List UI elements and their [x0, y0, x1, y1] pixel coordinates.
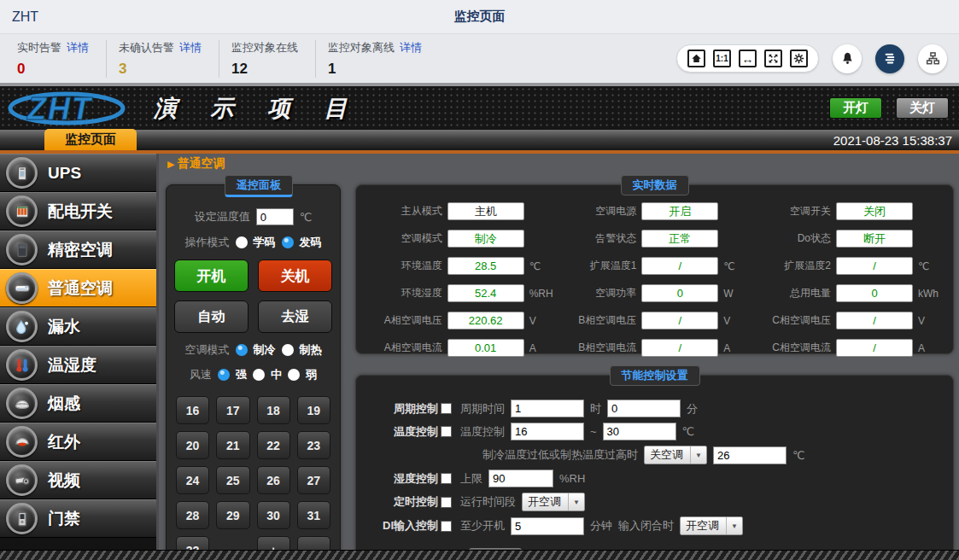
humidity-limit-input[interactable]	[488, 470, 553, 487]
value-box: 关闭	[836, 202, 913, 220]
temp-min-input[interactable]	[511, 423, 584, 440]
infrared-sensor-icon	[6, 426, 38, 458]
temp-key[interactable]: 24	[176, 466, 209, 494]
value-box: 220.62	[447, 312, 524, 330]
stat-label: 监控对象离线	[328, 41, 395, 54]
fit-width-icon[interactable]: ↔	[739, 50, 757, 67]
sidebar-item-infrared[interactable]: 红外	[0, 423, 156, 461]
value-box: 0	[641, 284, 718, 302]
temp-key[interactable]: 20	[176, 431, 209, 459]
sidebar-item-ups[interactable]: UPS	[0, 154, 156, 192]
set-temp-input[interactable]	[256, 208, 294, 225]
fullscreen-icon[interactable]	[764, 50, 782, 67]
di-action-select[interactable]: 开空调▼	[680, 516, 743, 535]
temp-key[interactable]: 29	[216, 501, 249, 529]
temp-key[interactable]: 18	[257, 396, 290, 424]
temp-key[interactable]: 19	[297, 396, 330, 424]
one-to-one-icon[interactable]: 1:1	[713, 50, 731, 67]
realtime-field: 空调开关关闭	[751, 202, 946, 220]
tab-monitor-page[interactable]: 监控页面	[44, 129, 137, 150]
overrun-action-select[interactable]: 关空调▼	[644, 446, 707, 464]
sidebar-item-smoke[interactable]: 烟感	[0, 384, 156, 423]
realtime-field: C相空调电流/A	[751, 339, 946, 357]
value-box: 0.01	[447, 339, 524, 357]
temp-key[interactable]: 26	[257, 466, 290, 494]
stat-value: 12	[231, 61, 298, 78]
details-link[interactable]: 详情	[400, 41, 422, 54]
auto-mode-button[interactable]: 自动	[174, 300, 249, 333]
sidebar-item-label: 视频	[48, 470, 80, 492]
details-link[interactable]: 详情	[179, 41, 202, 54]
energy-control-panel: 节能控制设置 周期控制 周期时间 时 分 温度控制	[355, 375, 954, 560]
sidebar-item-label: 烟感	[48, 393, 80, 415]
temp-key[interactable]: 23	[297, 431, 330, 459]
sidebar-item-door-access[interactable]: 门禁	[0, 499, 156, 538]
temp-control-checkbox[interactable]	[441, 426, 452, 437]
op-mode-row: 操作模式 学码 发码	[170, 235, 336, 250]
main-content: ▶ 普通空调 遥控面板 设定温度值 ℃ 操作模式 学码 发码	[159, 154, 959, 550]
realtime-field: C相空调电压/V	[751, 312, 946, 330]
humidity-control-checkbox[interactable]	[441, 473, 452, 484]
timer-action-select[interactable]: 开空调▼	[522, 493, 585, 511]
radio-fan-strong[interactable]	[218, 369, 230, 381]
temp-key[interactable]: 21	[216, 431, 249, 459]
temp-key[interactable]: 31	[297, 501, 330, 529]
light-on-button[interactable]: 开灯	[829, 97, 882, 119]
sidebar-item-power-switch[interactable]: 配电开关	[0, 192, 156, 230]
cycle-minute-input[interactable]	[607, 400, 681, 417]
sidebar-item-temp-humidity[interactable]: 温湿度	[0, 346, 156, 384]
radio-learn-code[interactable]	[236, 236, 248, 248]
sidebar-item-label: 门禁	[48, 508, 80, 530]
temp-key[interactable]: 17	[216, 396, 249, 424]
temp-key[interactable]: 27	[297, 466, 330, 494]
sidebar-item-water-leak[interactable]: 漏水	[0, 307, 156, 346]
di-input-control-row: DI输入控制 至少开机 分钟 输入闭合时 开空调▼	[365, 516, 944, 535]
temp-overrun-row: 制冷温度过低或制热温度过高时 关空调▼ ℃	[460, 446, 944, 464]
value-box: 正常	[641, 230, 718, 248]
overrun-temp-input[interactable]	[713, 446, 786, 464]
value-box: 开启	[641, 202, 718, 220]
details-link[interactable]: 详情	[67, 41, 89, 54]
topology-button[interactable]	[918, 44, 947, 73]
temp-max-input[interactable]	[603, 423, 676, 440]
di-min-minutes-input[interactable]	[511, 517, 584, 535]
realtime-field: 总用电量0kWh	[751, 284, 946, 302]
value-box: /	[641, 257, 718, 275]
radio-heating[interactable]	[282, 344, 294, 356]
top-bar: ZHT 监控页面	[0, 0, 959, 34]
radio-fan-weak[interactable]	[288, 369, 300, 381]
stat-unconfirmed-alarms: 未确认告警详情 3	[107, 40, 219, 78]
temp-key[interactable]: 25	[216, 466, 249, 494]
cycle-hour-input[interactable]	[511, 400, 584, 417]
temp-key[interactable]: 30	[257, 501, 290, 529]
bottom-hatch-strip	[0, 550, 959, 560]
realtime-field: 空调模式制冷	[363, 230, 558, 248]
radio-fan-medium[interactable]	[253, 369, 265, 381]
power-off-button[interactable]: 关机	[258, 260, 332, 292]
sidebar-item-common-ac[interactable]: 普通空调	[0, 269, 156, 307]
home-icon[interactable]	[687, 50, 705, 67]
di-control-checkbox[interactable]	[441, 521, 452, 532]
radio-cooling[interactable]	[236, 344, 248, 356]
cycle-control-checkbox[interactable]	[441, 403, 452, 414]
radio-send-code[interactable]	[282, 236, 294, 248]
timer-control-checkbox[interactable]	[441, 497, 452, 508]
alarm-bell-button[interactable]	[833, 44, 862, 73]
stat-objects-offline: 监控对象离线详情 1	[316, 40, 439, 78]
value-box: 28.5	[447, 257, 524, 275]
settings-gear-icon[interactable]	[790, 50, 808, 67]
power-on-button[interactable]: 开机	[174, 260, 249, 292]
value-box: 主机	[447, 202, 524, 220]
dehumidify-button[interactable]: 去湿	[258, 300, 332, 333]
menu-list-button[interactable]	[875, 44, 904, 73]
sidebar-item-precision-ac[interactable]: 精密空调	[0, 230, 156, 269]
page-title: 监控页面	[454, 9, 506, 25]
temp-key[interactable]: 28	[176, 501, 209, 529]
sidebar-item-video[interactable]: 视频	[0, 461, 156, 499]
realtime-field: A相空调电流0.01A	[363, 339, 558, 357]
temp-key[interactable]: 16	[176, 396, 209, 424]
realtime-field: 环境湿度52.4%RH	[363, 284, 558, 302]
light-off-button[interactable]: 关灯	[896, 97, 949, 119]
temp-key[interactable]: 22	[257, 431, 290, 459]
realtime-field: B相空调电压/V	[558, 312, 752, 330]
